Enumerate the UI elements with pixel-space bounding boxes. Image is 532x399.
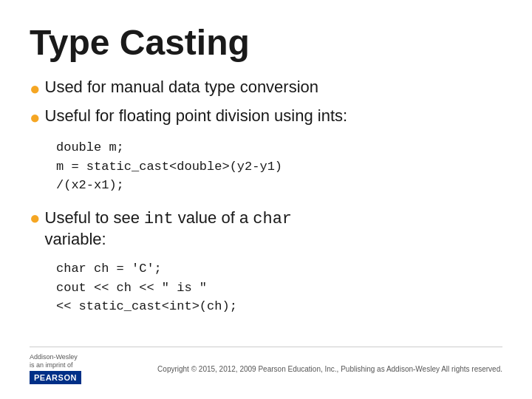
- copyright-text: Copyright © 2015, 2012, 2009 Pearson Edu…: [157, 365, 502, 373]
- bullet-text-2: Useful for floating point division using…: [45, 106, 348, 126]
- slide-content: ● Used for manual data type conversion ●…: [30, 78, 502, 347]
- code2-line-2: cout << ch << " is ": [56, 279, 502, 298]
- bullet-item-3: ● Useful to see int value of a char vari…: [30, 207, 502, 250]
- pearson-logo: PEARSON: [30, 371, 81, 384]
- bullet-text-3: Useful to see int value of a char variab…: [45, 207, 293, 250]
- bullet-icon-1: ●: [30, 78, 41, 99]
- bullet3-inline-code2: char: [253, 210, 292, 228]
- bullet3-text-before: Useful to see: [45, 208, 145, 227]
- bullet-icon-2: ●: [30, 107, 41, 128]
- bullet3-line2: variable:: [45, 230, 293, 249]
- bullet-item-1: ● Used for manual data type conversion: [30, 78, 502, 99]
- bullet-icon-3: ●: [30, 208, 41, 228]
- bullet3-inline-code1: int: [144, 210, 174, 228]
- code-block-2: char ch = 'C'; cout << ch << " is " << s…: [56, 259, 502, 316]
- slide-title: Type Casting: [30, 22, 502, 63]
- code-line-1: double m;: [56, 138, 502, 157]
- code2-line-3: << static_cast<int>(ch);: [56, 297, 502, 316]
- logo-area: Addison-Wesley is an imprint of PEARSON: [30, 353, 81, 384]
- code2-line-1: char ch = 'C';: [56, 259, 502, 279]
- logo-aw-text: Addison-Wesley is an imprint of: [30, 353, 78, 369]
- slide: Type Casting ● Used for manual data type…: [0, 0, 532, 399]
- bullet-text-1: Used for manual data type conversion: [45, 78, 319, 97]
- code-line-2: m = static_cast<double>(y2-y1): [56, 157, 502, 177]
- code-line-3: /(x2-x1);: [56, 176, 502, 195]
- logo-line2: is an imprint of: [30, 361, 78, 369]
- footer: Addison-Wesley is an imprint of PEARSON …: [30, 347, 502, 384]
- bullet3-text-after: value of a: [174, 208, 253, 227]
- pearson-brand: PEARSON: [30, 371, 81, 384]
- logo-line1: Addison-Wesley: [30, 353, 78, 361]
- bullet-item-2: ● Useful for floating point division usi…: [30, 106, 502, 128]
- code-block-1: double m; m = static_cast<double>(y2-y1)…: [56, 138, 502, 195]
